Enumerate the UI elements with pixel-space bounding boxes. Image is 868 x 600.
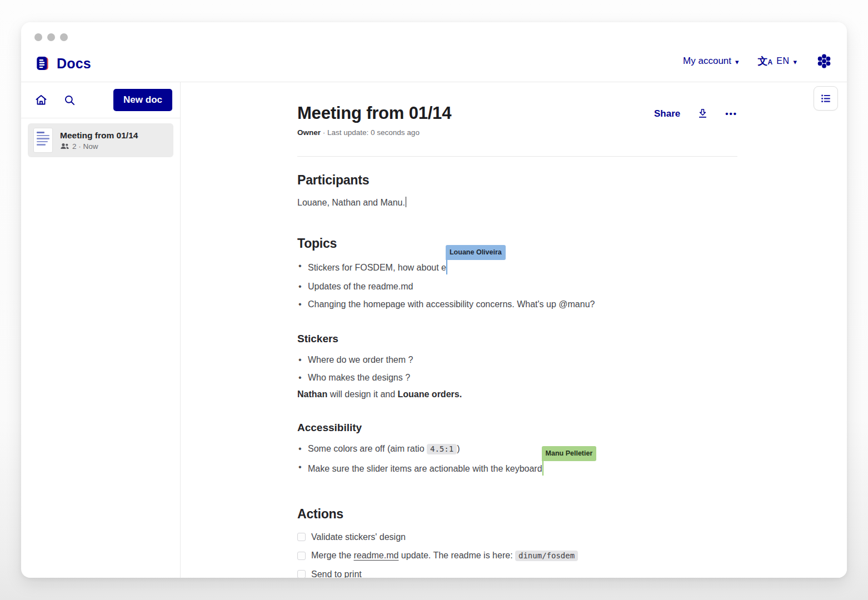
list-item[interactable]: Make sure the slider items are actionabl…	[297, 461, 737, 476]
section-heading-topics: Topics	[297, 236, 737, 251]
checklist-item: Send to print	[297, 568, 737, 578]
translate-icon: 文A	[758, 56, 773, 66]
list-item[interactable]: Updates of the readme.md	[297, 281, 737, 292]
doc-meta-line: Owner · Last update: 0 seconds ago	[297, 128, 737, 137]
actions-checklist: Validate stickers' design Merge the read…	[297, 531, 737, 578]
accessibility-list: Some colors are off (aim ratio 4.5:1) Ma…	[297, 443, 737, 476]
home-button[interactable]	[34, 93, 48, 107]
checklist-item: Merge the readme.md update. The readme i…	[297, 549, 737, 562]
checkbox-unchecked[interactable]	[297, 570, 306, 578]
people-icon	[60, 142, 69, 150]
readme-link[interactable]: readme.md	[353, 551, 398, 560]
window-traffic-dots	[34, 33, 68, 41]
traffic-dot	[47, 33, 55, 41]
collab-cursor-label: Louane Oliveira	[446, 245, 506, 260]
document-editor[interactable]: Meeting from 01/14 Share ••• Owner	[297, 82, 737, 578]
checklist-label[interactable]: Send to print	[311, 568, 362, 578]
share-button[interactable]: Share	[654, 108, 680, 119]
section-heading-actions: Actions	[297, 507, 737, 522]
doc-title[interactable]: Meeting from 01/14	[297, 103, 451, 123]
inline-code: 4.5:1	[427, 444, 457, 454]
owner-badge: Owner	[297, 128, 321, 137]
waffle-icon	[816, 53, 832, 69]
app-header: Docs My account ▾ 文A EN ▾	[21, 22, 847, 82]
stickers-note[interactable]: Nathan will design it and Louane orders.	[297, 389, 737, 399]
list-item[interactable]: Where do we order them ?	[297, 354, 737, 366]
list-item[interactable]: Stickers for FOSDEM, how about eLouane O…	[297, 260, 737, 274]
stickers-list: Where do we order them ? Who makes the d…	[297, 354, 737, 383]
doc-list: Meeting from 01/14 2 · Now	[21, 118, 180, 162]
la-suite-waffle-button[interactable]	[816, 53, 832, 69]
list-item[interactable]: Some colors are off (aim ratio 4.5:1)	[297, 443, 737, 455]
section-heading-stickers: Stickers	[297, 333, 737, 345]
download-icon	[697, 108, 709, 119]
checklist-item: Validate stickers' design	[297, 531, 737, 543]
list-item[interactable]: Who makes the designs ?	[297, 372, 737, 383]
checkbox-unchecked[interactable]	[297, 533, 306, 541]
app-logo[interactable]: Docs	[34, 55, 91, 82]
list-icon	[820, 92, 832, 104]
doc-thumbnail-icon	[33, 128, 53, 153]
docs-logo-icon	[34, 55, 51, 72]
new-doc-button[interactable]: New doc	[113, 89, 172, 111]
header-divider	[297, 156, 737, 157]
collab-cursor-manu: Manu Pelletier	[542, 461, 544, 476]
language-selector[interactable]: 文A EN ▾	[758, 56, 797, 66]
participants-text[interactable]: Louane, Nathan and Manu.	[297, 197, 737, 208]
doc-item-meta: 2 · Now	[72, 142, 98, 151]
search-icon	[63, 94, 76, 107]
traffic-dot	[60, 33, 68, 41]
traffic-dot	[34, 33, 42, 41]
collab-cursor-label: Manu Pelletier	[542, 446, 597, 461]
my-account-label: My account	[683, 56, 731, 67]
inline-code: dinum/fosdem	[515, 551, 578, 561]
list-item[interactable]: Changing the homepage with accessibility…	[297, 298, 737, 310]
checklist-label[interactable]: Validate stickers' design	[311, 531, 406, 543]
chevron-down-icon: ▾	[735, 58, 739, 66]
text-caret	[406, 197, 407, 207]
collab-cursor-louane: Louane Oliveira	[446, 260, 448, 274]
doc-item-title: Meeting from 01/14	[60, 131, 138, 140]
chevron-down-icon: ▾	[793, 58, 797, 66]
table-of-contents-button[interactable]	[814, 86, 838, 111]
my-account-menu[interactable]: My account ▾	[683, 56, 739, 67]
section-heading-participants: Participants	[297, 173, 737, 188]
section-heading-accessibility: Accessibility	[297, 422, 737, 434]
brand-name: Docs	[57, 56, 91, 72]
home-icon	[34, 93, 48, 107]
app-window: Docs My account ▾ 文A EN ▾	[21, 22, 847, 578]
doc-list-item[interactable]: Meeting from 01/14 2 · Now	[28, 123, 173, 157]
sidebar: New doc Meeting from 01/14	[21, 82, 181, 578]
download-button[interactable]	[697, 108, 709, 119]
language-code: EN	[776, 56, 789, 66]
checkbox-unchecked[interactable]	[297, 552, 306, 560]
more-options-button[interactable]: •••	[725, 109, 737, 118]
checklist-label[interactable]: Merge the readme.md update. The readme i…	[311, 549, 578, 562]
search-button[interactable]	[63, 94, 76, 107]
topics-list: Stickers for FOSDEM, how about eLouane O…	[297, 260, 737, 310]
editor-main: Meeting from 01/14 Share ••• Owner	[181, 82, 847, 578]
